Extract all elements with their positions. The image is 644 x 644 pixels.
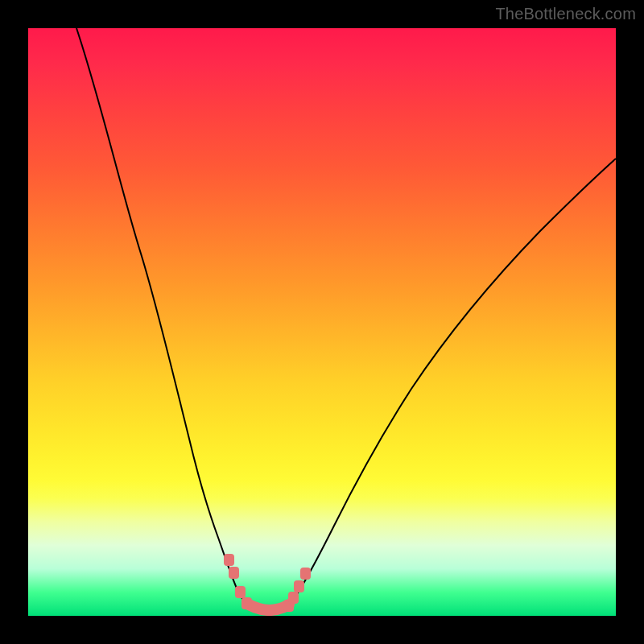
right-marker-icon (300, 568, 311, 580)
left-marker-icon (242, 597, 252, 609)
right-curve (279, 159, 616, 612)
plot-area (28, 28, 616, 616)
right-marker-icon (288, 592, 299, 604)
left-curve (76, 28, 260, 612)
left-marker-icon (229, 567, 239, 579)
curve-layer (28, 28, 616, 616)
left-marker-icon (224, 554, 234, 566)
watermark-text: TheBottleneck.com (495, 5, 636, 23)
bottom-marker-segment (249, 605, 289, 610)
right-marker-icon (294, 580, 304, 592)
chart-canvas: TheBottleneck.com (0, 0, 644, 644)
left-marker-icon (235, 586, 246, 598)
